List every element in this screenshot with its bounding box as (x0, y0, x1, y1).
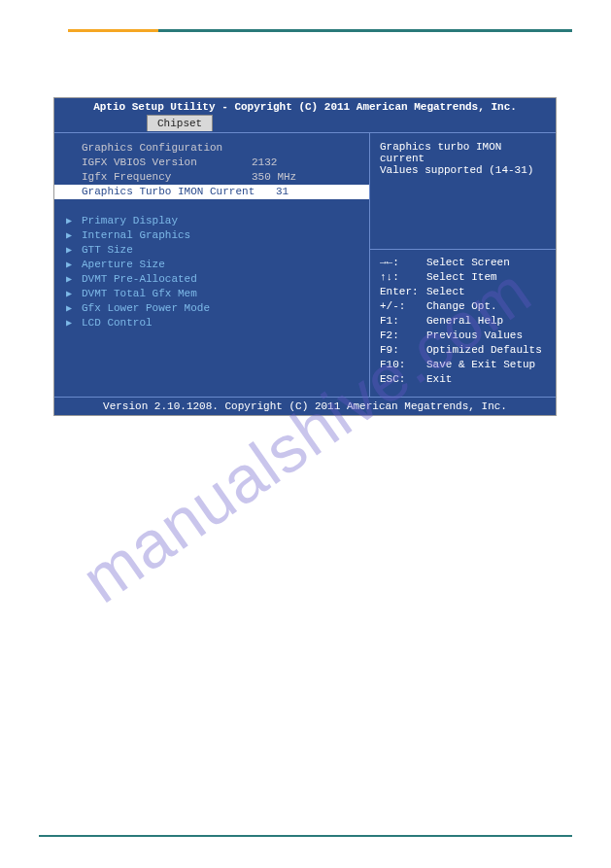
info-value: 2132 (252, 156, 361, 170)
key-hint: F2:Previous Values (380, 329, 546, 343)
submenu-arrow-icon: ▶ (66, 301, 72, 316)
menu-label: Aperture Size (82, 258, 252, 272)
tab-chipset[interactable]: Chipset (147, 115, 213, 131)
submenu-arrow-icon: ▶ (66, 214, 72, 228)
key-hint: →←:Select Screen (380, 256, 546, 270)
menu-item[interactable]: ▶GTT Size (54, 243, 369, 258)
help-line: Values supported (14-31) (380, 164, 546, 176)
submenu-arrow-icon: ▶ (66, 287, 72, 301)
page-bottom-rule (39, 835, 572, 837)
tab-row: Chipset (54, 115, 556, 132)
submenu-arrow-icon: ▶ (66, 258, 72, 272)
section-header: Graphics Configuration (82, 141, 252, 156)
menu-item[interactable]: ▶Primary Display (54, 214, 369, 228)
selected-value: 31 (276, 185, 361, 199)
menu-label: GTT Size (82, 243, 252, 258)
info-label: Igfx Frequency (82, 170, 252, 185)
menu-item[interactable]: ▶Internal Graphics (54, 228, 369, 243)
selected-item[interactable]: Graphics Turbo IMON Current 31 (54, 185, 369, 199)
menu-label: Gfx Lower Power Mode (82, 301, 252, 316)
submenu-arrow-icon: ▶ (66, 272, 72, 287)
help-box: Graphics turbo IMON current Values suppo… (370, 133, 556, 250)
menu-item[interactable]: ▶DVMT Total Gfx Mem (54, 287, 369, 301)
key-hint: Enter:Select (380, 285, 546, 299)
bios-title: Aptio Setup Utility - Copyright (C) 2011… (54, 98, 556, 115)
key-hint: F9:Optimized Defaults (380, 343, 546, 358)
info-label: IGFX VBIOS Version (82, 156, 252, 170)
keys-box: →←:Select Screen ↑↓:Select Item Enter:Se… (370, 250, 556, 397)
submenu-arrow-icon: ▶ (66, 243, 72, 258)
menu-item[interactable]: ▶LCD Control (54, 316, 369, 330)
selected-label: Graphics Turbo IMON Current (82, 185, 276, 199)
key-hint: ↑↓:Select Item (380, 270, 546, 285)
bios-window: Aptio Setup Utility - Copyright (C) 2011… (53, 97, 557, 416)
submenu-arrow-icon: ▶ (66, 316, 72, 330)
menu-item[interactable]: ▶Gfx Lower Power Mode (54, 301, 369, 316)
menu-label: DVMT Pre-Allocated (82, 272, 252, 287)
menu-label: DVMT Total Gfx Mem (82, 287, 252, 301)
menu-item[interactable]: ▶DVMT Pre-Allocated (54, 272, 369, 287)
key-hint: +/-:Change Opt. (380, 299, 546, 314)
right-pane: Graphics turbo IMON current Values suppo… (370, 133, 556, 397)
help-line: Graphics turbo IMON current (380, 141, 546, 164)
key-hint: F10:Save & Exit Setup (380, 358, 546, 372)
menu-label: LCD Control (82, 316, 252, 330)
menu-label: Internal Graphics (82, 228, 252, 243)
left-pane: Graphics Configuration IGFX VBIOS Versio… (54, 133, 370, 397)
info-value: 350 MHz (252, 170, 361, 185)
key-hint: ESC:Exit (380, 372, 546, 387)
submenu-arrow-icon: ▶ (66, 228, 72, 243)
menu-label: Primary Display (82, 214, 252, 228)
page-top-rule (68, 29, 572, 32)
menu-item[interactable]: ▶Aperture Size (54, 258, 369, 272)
bios-footer: Version 2.10.1208. Copyright (C) 2011 Am… (54, 397, 556, 415)
key-hint: F1:General Help (380, 314, 546, 329)
